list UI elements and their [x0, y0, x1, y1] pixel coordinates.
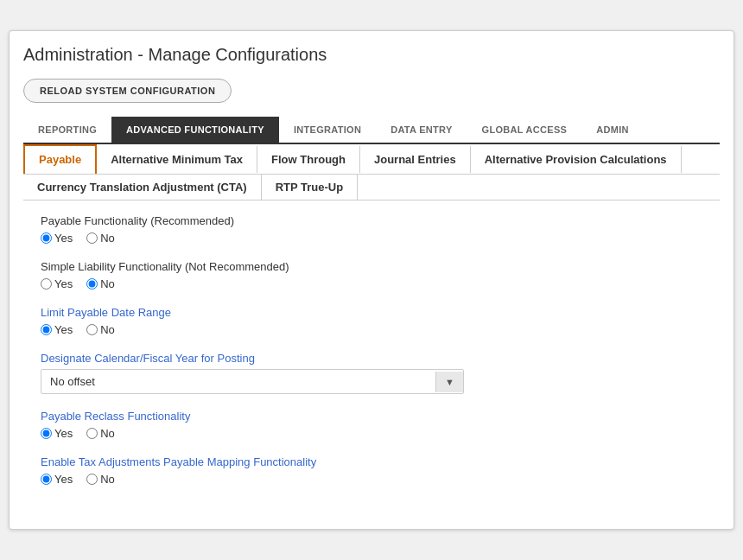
designate-calendar-group: Designate Calendar/Fiscal Year for Posti… [41, 352, 702, 394]
page-title: Administration - Manage Configurations [23, 45, 720, 65]
payable-reclass-yes[interactable]: Yes [41, 427, 73, 440]
subtab-cta[interactable]: Currency Translation Adjustment (CTA) [23, 175, 262, 200]
enable-tax-adjustments-no[interactable]: No [86, 473, 115, 486]
payable-functionality-label: Payable Functionality (Recommended) [41, 214, 702, 227]
simple-liability-group: Simple Liability Functionality (Not Reco… [41, 260, 702, 290]
subtab-flow-through[interactable]: Flow Through [257, 146, 360, 173]
enable-tax-adjustments-yes[interactable]: Yes [41, 473, 73, 486]
simple-liability-label: Simple Liability Functionality (Not Reco… [41, 260, 702, 273]
reload-config-button[interactable]: RELOAD SYSTEM CONFIGURATION [23, 79, 232, 103]
limit-payable-date-radios: Yes No [41, 323, 702, 336]
content-area: Payable Functionality (Recommended) Yes … [23, 200, 720, 515]
subtab-rtp[interactable]: RTP True-Up [262, 175, 359, 200]
subtab-journal-entries[interactable]: Journal Entries [360, 146, 471, 173]
tab-global-access[interactable]: GLOBAL ACCESS [467, 117, 582, 143]
payable-reclass-no[interactable]: No [86, 427, 115, 440]
payable-functionality-no[interactable]: No [86, 232, 115, 245]
tab-reporting[interactable]: REPORTING [23, 117, 111, 143]
top-tabs: REPORTING ADVANCED FUNCTIONALITY INTEGRA… [23, 117, 720, 144]
tab-advanced-functionality[interactable]: ADVANCED FUNCTIONALITY [111, 117, 279, 143]
limit-payable-date-no[interactable]: No [86, 323, 115, 336]
main-container: Administration - Manage Configurations R… [9, 30, 734, 530]
subtab-amt[interactable]: Alternative Minimum Tax [97, 146, 257, 173]
designate-calendar-dropdown[interactable]: No offset ▼ [41, 369, 464, 394]
designate-calendar-label: Designate Calendar/Fiscal Year for Posti… [41, 352, 702, 365]
tab-admin[interactable]: ADMIN [581, 117, 644, 143]
payable-functionality-group: Payable Functionality (Recommended) Yes … [41, 214, 702, 245]
subtab-payable[interactable]: Payable [23, 144, 97, 174]
enable-tax-adjustments-label: Enable Tax Adjustments Payable Mapping F… [41, 455, 702, 468]
payable-functionality-radios: Yes No [41, 232, 702, 245]
simple-liability-no[interactable]: No [86, 277, 115, 290]
limit-payable-date-yes[interactable]: Yes [41, 323, 73, 336]
limit-payable-date-group: Limit Payable Date Range Yes No [41, 306, 702, 336]
subtab-alt-provision[interactable]: Alternative Provision Calculations [471, 146, 682, 173]
dropdown-selected-value: No offset [41, 370, 435, 393]
sub-tabs-row1: Payable Alternative Minimum Tax Flow Thr… [23, 144, 720, 175]
tab-data-entry[interactable]: DATA ENTRY [376, 117, 467, 143]
limit-payable-date-label: Limit Payable Date Range [41, 306, 702, 319]
payable-reclass-radios: Yes No [41, 427, 702, 440]
payable-reclass-label: Payable Reclass Functionality [41, 410, 702, 423]
payable-reclass-group: Payable Reclass Functionality Yes No [41, 410, 702, 440]
simple-liability-radios: Yes No [41, 277, 702, 290]
enable-tax-adjustments-group: Enable Tax Adjustments Payable Mapping F… [41, 455, 702, 486]
tab-integration[interactable]: INTEGRATION [279, 117, 376, 143]
dropdown-arrow-icon[interactable]: ▼ [435, 372, 463, 392]
sub-tabs-row2: Currency Translation Adjustment (CTA) RT… [23, 175, 720, 200]
enable-tax-adjustments-radios: Yes No [41, 473, 702, 486]
simple-liability-yes[interactable]: Yes [41, 277, 73, 290]
payable-functionality-yes[interactable]: Yes [41, 232, 73, 245]
